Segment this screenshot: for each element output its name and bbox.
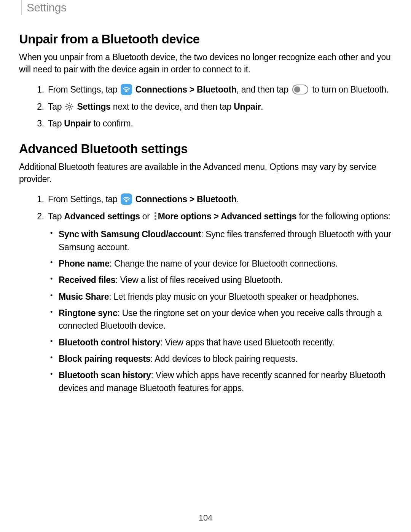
option-name: Sync with Samsung Cloud/account xyxy=(59,229,201,239)
option-desc: : Let friends play music on your Bluetoo… xyxy=(109,292,359,302)
text: to confirm. xyxy=(91,118,133,128)
list-item: From Settings, tap Connections > Bluetoo… xyxy=(46,83,392,96)
text-bold: Unpair xyxy=(234,102,261,112)
text-bold: Bluetooth xyxy=(197,85,237,94)
more-options-icon xyxy=(155,212,156,220)
list-item: Received files: View a list of files rec… xyxy=(48,274,392,286)
page-number: 104 xyxy=(0,513,411,523)
list-item: Music Share: Let friends play music on y… xyxy=(48,291,392,303)
list-item: Bluetooth scan history: View which apps … xyxy=(48,369,392,395)
list-item: Bluetooth control history: View apps tha… xyxy=(48,336,392,349)
connections-icon xyxy=(121,84,132,95)
list-item: Block pairing requests: Add devices to b… xyxy=(48,353,392,365)
option-desc: : Add devices to block pairing requests. xyxy=(150,354,298,364)
text-bold: Settings xyxy=(77,102,110,112)
section2-heading: Advanced Bluetooth settings xyxy=(19,142,392,156)
text: for the following options: xyxy=(296,211,390,221)
section1-steps: From Settings, tap Connections > Bluetoo… xyxy=(19,83,392,130)
option-name: Block pairing requests xyxy=(59,354,150,364)
connections-icon xyxy=(121,193,132,205)
gear-icon xyxy=(64,102,74,112)
svg-point-4 xyxy=(126,200,127,202)
section1-intro: When you unpair from a Bluetooth device,… xyxy=(19,51,392,75)
text-bold: > xyxy=(187,85,197,94)
svg-point-0 xyxy=(126,91,127,92)
list-item: From Settings, tap Connections > Bluetoo… xyxy=(46,193,392,206)
section2-steps: From Settings, tap Connections > Bluetoo… xyxy=(19,193,392,395)
section2-intro: Additional Bluetooth features are availa… xyxy=(19,161,392,185)
list-item: Sync with Samsung Cloud/account: Sync fi… xyxy=(48,228,392,254)
list-item: Ringtone sync: Use the ringtone set on y… xyxy=(48,307,392,332)
text: From Settings, tap xyxy=(48,194,120,204)
option-name: Ringtone sync xyxy=(59,308,118,318)
list-item: Phone name: Change the name of your devi… xyxy=(48,257,392,270)
list-item: Tap Settings next to the device, and the… xyxy=(46,100,392,113)
text: . xyxy=(261,102,263,112)
text: or xyxy=(140,211,152,221)
option-name: Received files xyxy=(59,275,115,285)
options-list: Sync with Samsung Cloud/account: Sync fi… xyxy=(48,228,392,395)
list-item: Tap Advanced settings or More options > … xyxy=(46,210,392,395)
option-desc: : View apps that have used Bluetooth rec… xyxy=(160,337,334,347)
text-bold: Bluetooth xyxy=(197,194,237,204)
text: , and then tap xyxy=(237,85,291,94)
option-name: Bluetooth control history xyxy=(59,337,160,347)
text: From Settings, tap xyxy=(48,85,120,94)
text-bold: Connections xyxy=(135,194,187,204)
text: to turn on Bluetooth. xyxy=(310,85,389,94)
svg-point-2 xyxy=(294,86,300,93)
list-item: Tap Unpair to confirm. xyxy=(46,117,392,130)
text-bold: Advanced settings xyxy=(221,211,296,221)
text-bold: Advanced settings xyxy=(64,211,140,221)
text: Tap xyxy=(48,211,64,221)
svg-point-3 xyxy=(68,105,71,108)
text: next to the device, and then tap xyxy=(111,102,234,112)
option-name: Music Share xyxy=(59,292,109,302)
text: Tap xyxy=(48,118,64,128)
text-bold: Unpair xyxy=(64,118,91,128)
section1-heading: Unpair from a Bluetooth device xyxy=(19,32,392,46)
option-desc: : Change the name of your device for Blu… xyxy=(110,259,338,268)
page-header: Settings xyxy=(21,0,392,15)
header-title: Settings xyxy=(27,1,66,14)
text-bold: More options xyxy=(158,211,212,221)
text: . xyxy=(237,194,239,204)
text: Tap xyxy=(48,102,64,112)
text-bold: > xyxy=(212,211,221,221)
toggle-off-icon xyxy=(292,85,308,94)
option-name: Bluetooth scan history xyxy=(59,370,151,380)
option-name: Phone name xyxy=(59,259,110,268)
text-bold: > xyxy=(187,194,197,204)
option-desc: : View a list of files received using Bl… xyxy=(115,275,282,285)
text-bold: Connections xyxy=(135,85,187,94)
